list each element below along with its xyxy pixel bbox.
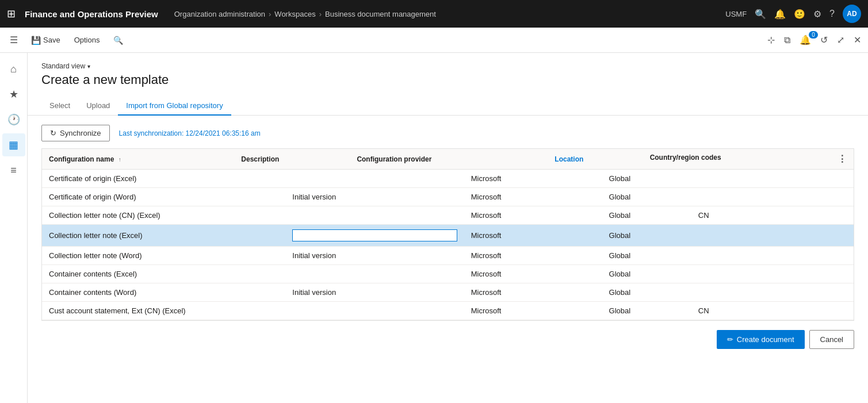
table-header: Configuration name ↑ Description Configu… <box>42 149 854 170</box>
col-description: Description <box>234 149 350 170</box>
main-layout: ⌂ ★ 🕐 ▦ ≡ Standard view ▾ Create a new t… <box>0 53 868 403</box>
cell-location: Global <box>602 188 691 206</box>
app-title: Finance and Operations Preview <box>25 9 158 19</box>
cell-country-codes <box>691 265 854 283</box>
cell-location: Global <box>602 206 691 225</box>
search-icon[interactable]: 🔍 <box>755 9 766 20</box>
page-title: Create a new template <box>41 72 854 87</box>
footer-buttons: ✏ Create document Cancel <box>28 321 868 358</box>
breadcrumb-item-2[interactable]: Workspaces <box>274 10 315 18</box>
sidebar-item-recent[interactable]: 🕐 <box>2 108 25 131</box>
cell-config-name: Container contents (Word) <box>42 283 285 302</box>
sidebar-item-home[interactable]: ⌂ <box>2 57 25 80</box>
cell-provider: Microsoft <box>464 225 602 247</box>
cell-location: Global <box>602 225 691 247</box>
search-command-button[interactable]: 🔍 <box>108 33 129 47</box>
config-table-element: Configuration name ↑ Description Configu… <box>42 149 854 170</box>
table-scroll-area: Certificate of origin (Excel)MicrosoftGl… <box>42 170 854 320</box>
refresh-icon[interactable]: ↺ <box>818 32 830 48</box>
sidebar-toggle[interactable]: ☰ <box>5 31 23 49</box>
notification-count: 0 <box>809 31 818 39</box>
config-table-body: Certificate of origin (Excel)MicrosoftGl… <box>42 170 854 320</box>
cell-provider: Microsoft <box>464 188 602 206</box>
sidebar-item-workspaces[interactable]: ▦ <box>2 133 25 156</box>
options-button[interactable]: Options <box>68 33 106 47</box>
help-icon[interactable]: ? <box>829 9 835 19</box>
avatar[interactable]: AD <box>843 5 861 23</box>
cell-description <box>285 302 464 320</box>
breadcrumb-sep-2: › <box>319 10 322 18</box>
table-body: Certificate of origin (Excel)MicrosoftGl… <box>42 170 854 320</box>
notification-icon[interactable]: 🔔 <box>774 9 786 20</box>
cell-country-codes <box>691 247 854 265</box>
save-label: Save <box>43 36 60 44</box>
chevron-down-icon: ▾ <box>87 63 90 70</box>
table-row[interactable]: Certificate of origin (Excel)MicrosoftGl… <box>42 170 854 188</box>
cell-country-codes: CN <box>691 302 854 320</box>
notification-badge[interactable]: 🔔 0 <box>797 34 813 45</box>
sync-label: Synchronize <box>60 129 101 137</box>
cell-provider: Microsoft <box>464 170 602 188</box>
close-icon[interactable]: ✕ <box>851 32 863 48</box>
cell-provider: Microsoft <box>464 247 602 265</box>
config-table: Configuration name ↑ Description Configu… <box>41 148 854 321</box>
sidebar-item-modules[interactable]: ≡ <box>2 159 25 182</box>
table-row[interactable]: Cust account statement, Ext (CN) (Excel)… <box>42 302 854 320</box>
table-row[interactable]: Collection letter note (CN) (Excel)Micro… <box>42 206 854 225</box>
cell-location: Global <box>602 283 691 302</box>
breadcrumb-item-1[interactable]: Organization administration <box>174 10 265 18</box>
main-content: Standard view ▾ Create a new template Se… <box>28 53 868 403</box>
table-row[interactable]: Container contents (Excel)MicrosoftGloba… <box>42 265 854 283</box>
column-more-icon[interactable]: ⋮ <box>838 153 847 164</box>
sidebar-item-favorites[interactable]: ★ <box>2 83 25 106</box>
open-new-icon[interactable]: ⤢ <box>835 32 847 48</box>
table-row[interactable]: Certificate of origin (Word)Initial vers… <box>42 188 854 206</box>
sync-icon: ↻ <box>50 129 56 137</box>
cell-country-codes: CN <box>691 206 854 225</box>
feedback-icon[interactable]: 🙂 <box>794 9 805 20</box>
save-button[interactable]: 💾 Save <box>25 33 66 47</box>
search-command-icon: 🔍 <box>113 36 123 45</box>
description-input[interactable] <box>292 229 457 241</box>
tab-bar: Select Upload Import from Global reposit… <box>28 97 868 116</box>
cell-provider: Microsoft <box>464 283 602 302</box>
cell-config-name: Collection letter note (CN) (Excel) <box>42 206 285 225</box>
view-selector[interactable]: Standard view ▾ <box>41 62 854 70</box>
cell-country-codes <box>691 225 854 247</box>
col-config-name[interactable]: Configuration name ↑ <box>42 149 234 170</box>
command-bar: ☰ 💾 Save Options 🔍 ⊹ ⧉ 🔔 0 ↺ ⤢ ✕ <box>0 28 868 53</box>
cancel-button[interactable]: Cancel <box>809 330 854 349</box>
cell-description: Initial version <box>285 188 464 206</box>
cell-provider: Microsoft <box>464 265 602 283</box>
cell-config-name: Certificate of origin (Word) <box>42 188 285 206</box>
cell-provider: Microsoft <box>464 302 602 320</box>
personalize-icon[interactable]: ⊹ <box>765 32 777 48</box>
tab-select[interactable]: Select <box>41 97 78 116</box>
tab-upload[interactable]: Upload <box>78 97 118 116</box>
table-row[interactable]: Collection letter note (Excel)MicrosoftG… <box>42 225 854 247</box>
last-sync-info: Last synchronization: 12/24/2021 06:35:1… <box>119 129 261 137</box>
cell-description <box>285 206 464 225</box>
cell-location: Global <box>602 247 691 265</box>
create-document-button[interactable]: ✏ Create document <box>717 330 805 349</box>
table-row[interactable]: Collection letter note (Word)Initial ver… <box>42 247 854 265</box>
split-view-icon[interactable]: ⧉ <box>782 33 793 48</box>
col-location: Location <box>548 149 643 170</box>
app-grid-icon[interactable]: ⊞ <box>7 7 16 20</box>
options-label: Options <box>74 36 100 44</box>
cell-description: Initial version <box>285 283 464 302</box>
cell-description <box>285 170 464 188</box>
settings-icon[interactable]: ⚙ <box>813 9 821 20</box>
cell-provider: Microsoft <box>464 206 602 225</box>
cell-description[interactable] <box>285 225 464 247</box>
cell-description <box>285 265 464 283</box>
col-provider: Configuration provider <box>350 149 548 170</box>
cell-location: Global <box>602 170 691 188</box>
cell-description: Initial version <box>285 247 464 265</box>
breadcrumb-item-3[interactable]: Business document management <box>325 10 436 18</box>
view-label: Standard view <box>41 62 85 70</box>
table-row[interactable]: Container contents (Word)Initial version… <box>42 283 854 302</box>
tab-import-global[interactable]: Import from Global repository <box>118 97 231 116</box>
synchronize-button[interactable]: ↻ Synchronize <box>41 125 110 141</box>
cell-config-name: Collection letter note (Excel) <box>42 225 285 247</box>
